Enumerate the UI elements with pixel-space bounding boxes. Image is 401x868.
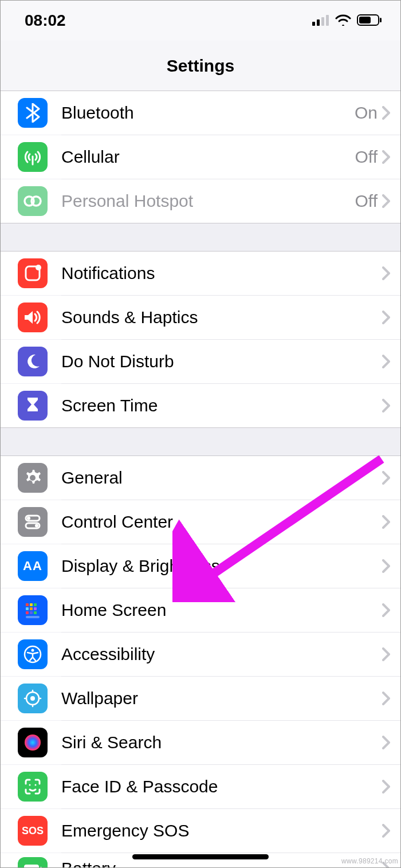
- svg-rect-0: [312, 22, 315, 26]
- row-face-id-passcode[interactable]: Face ID & Passcode: [1, 765, 400, 808]
- row-label: Bluetooth: [61, 103, 355, 123]
- svg-point-37: [35, 784, 37, 786]
- svg-rect-6: [380, 18, 382, 22]
- row-cellular[interactable]: Cellular Off: [1, 135, 400, 179]
- gear-icon: [18, 463, 48, 493]
- row-control-center[interactable]: Control Center: [1, 500, 400, 544]
- svg-rect-20: [26, 607, 29, 610]
- row-label: Home Screen: [61, 600, 382, 620]
- chevron-right-icon: [382, 150, 390, 164]
- section-separator: [1, 427, 400, 456]
- svg-point-11: [36, 265, 41, 270]
- home-screen-icon: [18, 595, 48, 625]
- row-label: Siri & Search: [61, 733, 382, 752]
- svg-point-12: [30, 475, 36, 481]
- row-label: Sounds & Haptics: [61, 308, 382, 327]
- chevron-right-icon: [382, 355, 390, 368]
- wallpaper-icon: [18, 684, 48, 713]
- sounds-icon: [18, 303, 48, 332]
- row-label: Screen Time: [61, 396, 382, 415]
- chevron-right-icon: [382, 692, 390, 705]
- face-id-icon: [18, 772, 48, 802]
- bluetooth-icon: [18, 98, 48, 128]
- row-accessibility[interactable]: Accessibility: [1, 633, 400, 676]
- row-general[interactable]: General: [1, 456, 400, 500]
- moon-icon: [18, 347, 48, 376]
- chevron-right-icon: [382, 471, 390, 485]
- svg-point-36: [29, 784, 31, 786]
- chevron-right-icon: [382, 824, 390, 838]
- svg-rect-17: [26, 603, 29, 606]
- status-bar: 08:02: [1, 1, 400, 41]
- wifi-icon: [335, 11, 351, 30]
- row-label: Display & Brightness: [61, 556, 382, 576]
- svg-point-14: [27, 517, 30, 520]
- svg-rect-23: [26, 611, 29, 614]
- home-indicator[interactable]: [132, 854, 269, 859]
- row-value: Off: [355, 191, 378, 211]
- svg-rect-2: [321, 17, 324, 26]
- chevron-right-icon: [382, 106, 390, 120]
- svg-rect-18: [30, 603, 33, 606]
- battery-icon: [357, 11, 382, 30]
- svg-point-30: [30, 696, 35, 701]
- row-do-not-disturb[interactable]: Do Not Disturb: [1, 340, 400, 383]
- row-sounds-haptics[interactable]: Sounds & Haptics: [1, 296, 400, 339]
- svg-rect-25: [34, 611, 37, 614]
- svg-point-28: [32, 649, 34, 652]
- accessibility-icon: [18, 639, 48, 669]
- chevron-right-icon: [382, 780, 390, 794]
- page-title: Settings: [1, 41, 400, 91]
- row-wallpaper[interactable]: Wallpaper: [1, 677, 400, 720]
- row-label: Do Not Disturb: [61, 352, 382, 371]
- row-home-screen[interactable]: Home Screen: [1, 588, 400, 632]
- svg-rect-38: [24, 865, 39, 868]
- battery-settings-icon: [18, 857, 48, 868]
- chevron-right-icon: [382, 311, 390, 324]
- section-separator: [1, 223, 400, 252]
- row-label: General: [61, 468, 382, 488]
- chevron-right-icon: [382, 736, 390, 749]
- row-notifications[interactable]: Notifications: [1, 252, 400, 295]
- cellular-icon: [18, 142, 48, 172]
- row-label: Notifications: [61, 264, 382, 283]
- chevron-right-icon: [382, 399, 390, 413]
- svg-rect-5: [359, 17, 371, 23]
- row-screen-time[interactable]: Screen Time: [1, 384, 400, 427]
- display-brightness-icon: AA: [18, 551, 48, 581]
- row-label: Wallpaper: [61, 689, 382, 708]
- row-label: Control Center: [61, 512, 382, 532]
- svg-rect-22: [34, 607, 37, 610]
- chevron-right-icon: [382, 559, 390, 573]
- chevron-right-icon: [382, 603, 390, 617]
- svg-point-16: [35, 524, 38, 528]
- status-indicators: [312, 11, 382, 30]
- siri-icon: [18, 728, 48, 757]
- control-center-icon: [18, 507, 48, 537]
- row-label: Cellular: [61, 147, 355, 167]
- chevron-right-icon: [382, 194, 390, 208]
- svg-rect-24: [30, 611, 33, 614]
- row-label: Accessibility: [61, 645, 382, 664]
- status-time: 08:02: [25, 11, 66, 30]
- watermark: www.989214.com: [341, 857, 398, 865]
- row-value: Off: [355, 147, 378, 167]
- row-display-brightness[interactable]: AA Display & Brightness: [1, 544, 400, 588]
- chevron-right-icon: [382, 647, 390, 661]
- hotspot-icon: [18, 186, 48, 216]
- row-label: Personal Hotspot: [61, 191, 355, 211]
- svg-point-35: [25, 735, 41, 751]
- svg-rect-26: [26, 616, 40, 618]
- svg-rect-19: [34, 603, 37, 606]
- row-siri-search[interactable]: Siri & Search: [1, 721, 400, 764]
- row-emergency-sos[interactable]: SOS Emergency SOS: [1, 809, 400, 853]
- row-bluetooth[interactable]: Bluetooth On: [1, 91, 400, 135]
- row-value: On: [355, 103, 378, 123]
- row-personal-hotspot[interactable]: Personal Hotspot Off: [1, 179, 400, 223]
- cellular-signal-icon: [312, 11, 329, 30]
- hourglass-icon: [18, 391, 48, 421]
- svg-rect-3: [326, 15, 329, 26]
- sos-icon: SOS: [18, 816, 48, 846]
- row-label: Face ID & Passcode: [61, 777, 382, 796]
- svg-rect-1: [317, 19, 320, 26]
